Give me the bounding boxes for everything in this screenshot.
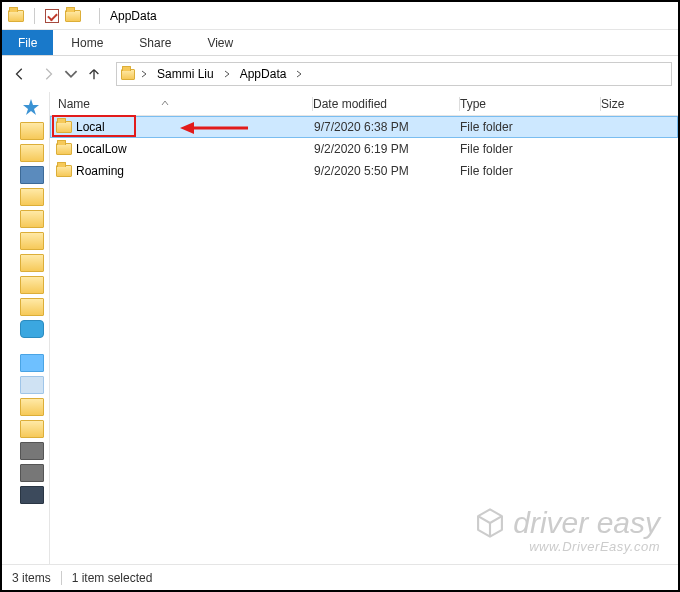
file-type: File folder — [460, 142, 600, 156]
forward-button[interactable] — [36, 62, 60, 86]
sidebar-folder-icon[interactable] — [20, 420, 44, 438]
svg-marker-0 — [23, 99, 39, 115]
file-type: File folder — [460, 120, 600, 134]
column-header-size[interactable]: Size — [601, 92, 651, 115]
sidebar-this-pc-icon[interactable] — [20, 354, 44, 372]
new-folder-icon[interactable] — [65, 10, 81, 22]
tab-share[interactable]: Share — [121, 30, 189, 55]
chevron-right-icon[interactable] — [137, 70, 151, 78]
navigation-pane[interactable] — [2, 92, 50, 564]
tab-home[interactable]: Home — [53, 30, 121, 55]
sidebar-folder-icon[interactable] — [20, 188, 44, 206]
quick-access-pin-icon — [22, 98, 40, 116]
window-title: AppData — [110, 9, 157, 23]
status-selection: 1 item selected — [72, 571, 153, 585]
folder-icon — [56, 165, 72, 177]
status-divider — [61, 571, 62, 585]
column-name-label: Name — [58, 97, 90, 111]
folder-icon — [56, 143, 72, 155]
file-date: 9/2/2020 5:50 PM — [314, 164, 460, 178]
sidebar-item-icon[interactable] — [20, 376, 44, 394]
sidebar-folder-icon[interactable] — [20, 442, 44, 460]
file-date: 9/2/2020 6:19 PM — [314, 142, 460, 156]
sidebar-folder-icon[interactable] — [20, 144, 44, 162]
file-row[interactable]: LocalLow 9/2/2020 6:19 PM File folder — [50, 138, 678, 160]
back-button[interactable] — [8, 62, 32, 86]
chevron-right-icon[interactable] — [220, 70, 234, 78]
sidebar-folder-icon[interactable] — [20, 464, 44, 482]
file-rows: Local 9/7/2020 6:38 PM File folder Local… — [50, 116, 678, 564]
status-item-count: 3 items — [12, 571, 51, 585]
sort-ascending-icon — [160, 97, 170, 111]
file-row[interactable]: Local 9/7/2020 6:38 PM File folder — [50, 116, 678, 138]
sidebar-folder-icon[interactable] — [20, 122, 44, 140]
title-bar: AppData — [2, 2, 678, 30]
folder-icon — [56, 121, 72, 133]
sidebar-folder-icon[interactable] — [20, 276, 44, 294]
up-button[interactable] — [82, 62, 106, 86]
column-header-type[interactable]: Type — [460, 92, 600, 115]
folder-icon — [8, 10, 24, 22]
file-name: Local — [76, 120, 314, 134]
sidebar-folder-icon[interactable] — [20, 210, 44, 228]
title-divider — [99, 8, 100, 24]
explorer-window: AppData File Home Share View Sammi Liu A… — [0, 0, 680, 592]
status-bar: 3 items 1 item selected — [2, 564, 678, 590]
column-header-date[interactable]: Date modified — [313, 92, 459, 115]
sidebar-folder-icon[interactable] — [20, 166, 44, 184]
file-name: LocalLow — [76, 142, 314, 156]
properties-icon[interactable] — [45, 9, 59, 23]
column-headers: Name Date modified Type Size — [50, 92, 678, 116]
file-list-pane: Name Date modified Type Size Local 9/7/2… — [50, 92, 678, 564]
file-name: Roaming — [76, 164, 314, 178]
breadcrumb-segment[interactable]: AppData — [236, 63, 291, 85]
sidebar-folder-icon[interactable] — [20, 398, 44, 416]
sidebar-onedrive-icon[interactable] — [20, 320, 44, 338]
recent-locations-icon[interactable] — [64, 62, 78, 86]
tab-view[interactable]: View — [189, 30, 251, 55]
file-tab[interactable]: File — [2, 30, 53, 55]
sidebar-folder-icon[interactable] — [20, 232, 44, 250]
sidebar-folder-icon[interactable] — [20, 298, 44, 316]
ribbon-tabs: File Home Share View — [2, 30, 678, 56]
file-type: File folder — [460, 164, 600, 178]
file-date: 9/7/2020 6:38 PM — [314, 120, 460, 134]
file-row[interactable]: Roaming 9/2/2020 5:50 PM File folder — [50, 160, 678, 182]
sidebar-folder-icon[interactable] — [20, 486, 44, 504]
qat-divider — [34, 8, 35, 24]
address-bar[interactable]: Sammi Liu AppData — [116, 62, 672, 86]
chevron-right-icon[interactable] — [292, 70, 306, 78]
breadcrumb-segment[interactable]: Sammi Liu — [153, 63, 218, 85]
column-header-name[interactable]: Name — [54, 92, 312, 115]
navigation-bar: Sammi Liu AppData — [2, 56, 678, 92]
sidebar-folder-icon[interactable] — [20, 254, 44, 272]
path-folder-icon — [121, 69, 135, 80]
